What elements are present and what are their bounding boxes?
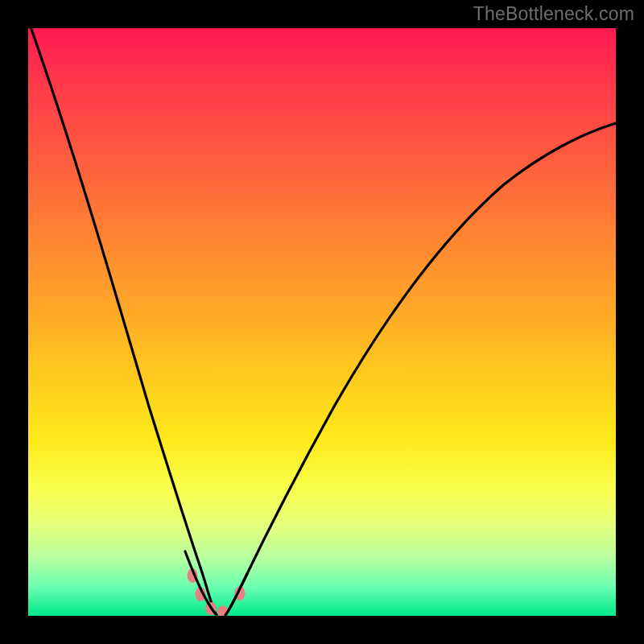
chart-frame: TheBottleneck.com <box>0 0 644 644</box>
curve-svg <box>28 28 616 616</box>
left-curve <box>28 28 217 615</box>
watermark-text: TheBottleneck.com <box>473 3 634 25</box>
plot-area <box>28 28 616 616</box>
right-curve <box>225 123 616 615</box>
